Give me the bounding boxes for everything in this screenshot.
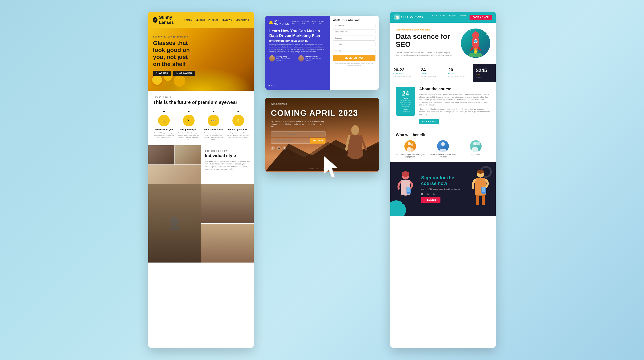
nav-locations[interactable]: LOCATIONS: [236, 19, 249, 21]
svg-point-5: [470, 30, 471, 31]
stat-desc-1: 10:00 AM — 6:00 PM: [421, 75, 442, 77]
level-val: Intermediate: [399, 111, 412, 113]
signup-desc: and get a PDF course report & certificat…: [421, 188, 465, 190]
feature-title-2: Made from scratch: [202, 128, 224, 131]
seo-hero: Discover new data analytics tools Data s…: [390, 23, 496, 64]
bar-nav-4[interactable]: Contact Us: [320, 21, 326, 25]
feature-title-1: Designed by you: [178, 128, 200, 131]
coming-email-input[interactable]: [271, 138, 310, 144]
deco-dot-3: [274, 85, 275, 86]
stat-desc-0: 3 days of intense practice: [394, 75, 414, 77]
seo-nav-about[interactable]: About: [432, 15, 437, 20]
stat-label-3: Price: [476, 74, 492, 76]
stat-num-0: 20-22: [394, 67, 414, 73]
bar-deco-dots: [268, 85, 275, 86]
seo-book-btn[interactable]: BOOK A PLACE: [470, 15, 492, 20]
seo-nav-program[interactable]: Program: [448, 15, 456, 20]
how-it-works-section: HOW IT WORKS This is the future of premi…: [148, 91, 254, 111]
coming-submit-btn[interactable]: YES, I'M IN!: [310, 138, 326, 144]
svg-point-34: [477, 170, 484, 174]
form-fullname[interactable]: [333, 23, 376, 28]
form-company[interactable]: [333, 36, 376, 41]
benefit-icon-1: [437, 140, 449, 152]
bar-nav-3[interactable]: About Us: [312, 21, 317, 25]
signup-dots: [421, 193, 465, 195]
form-jobtitle[interactable]: [333, 42, 376, 47]
gallery-bottom-right: [202, 224, 254, 262]
presenter-name-2: Penelope Perez: [305, 56, 326, 58]
stat-num-2: 20: [448, 67, 469, 73]
bar-nav-2[interactable]: Who We Are: [302, 21, 309, 25]
form-email[interactable]: [333, 29, 376, 34]
hours-label: Hours: [399, 97, 412, 99]
svg-point-40: [480, 205, 486, 208]
facebook-icon[interactable]: f: [282, 146, 286, 150]
bar-nav-1[interactable]: What We Do: [292, 21, 300, 25]
seo-discover: Discover new data analytics tools: [396, 29, 457, 31]
svg-point-4: [464, 32, 465, 33]
feature-measured: 📐 Measured for you Use our iOS app to sc…: [153, 111, 175, 141]
feature-dot: [163, 111, 165, 112]
svg-rect-23: [476, 143, 479, 143]
seo-register-btn[interactable]: REGISTER: [421, 197, 440, 203]
svg-point-17: [469, 53, 482, 57]
form-industry[interactable]: [333, 48, 376, 53]
coming-name-input[interactable]: [271, 131, 326, 137]
svg-point-12: [474, 40, 477, 43]
register-button[interactable]: REGISTER NOW: [333, 55, 376, 61]
seo-nav-tutors[interactable]: Tutors: [440, 15, 445, 20]
seo-logo-icon: 📊: [394, 15, 400, 20]
bottom-gallery: 👤: [148, 184, 254, 262]
about-title: About the course: [419, 87, 490, 91]
bar-logo-icon: [269, 20, 273, 25]
benefit-item-1: Licensed SEO experts and SEO enthusiasts: [428, 140, 458, 158]
bar-nav-links: What We Do Who We Are About Us Contact U…: [292, 21, 326, 25]
coming-soon-card: alexa peterson COMING APRIL 2023 My Trav…: [266, 98, 378, 172]
sun-icon: ☀: [153, 17, 158, 23]
feature-title-0: Measured for you: [153, 128, 175, 131]
svg-rect-38: [482, 195, 485, 206]
seo-solutions-card: 📊 SEO Solutions About Tutors Program Loc…: [390, 12, 496, 348]
hours-desc: of practice and immersion in data scienc…: [399, 100, 412, 107]
shop-men-btn[interactable]: SHOP MEN: [153, 71, 171, 76]
twitter-icon[interactable]: 𝕏: [271, 146, 275, 150]
presenter-1: Jeremy Avery Senior Marketing Bar Market…: [269, 55, 295, 62]
about-desc-2: There's no need to invent Google's consp…: [419, 108, 490, 116]
benefit-item-2: SEO geeks: [461, 140, 490, 158]
signup-dot-1: [421, 193, 423, 195]
rocket-illustration: [461, 29, 490, 58]
seo-nav-location[interactable]: Location: [459, 15, 466, 20]
svg-rect-31: [406, 195, 410, 204]
presenter-avatar-1: [269, 55, 275, 62]
bar-hero-subtitle: Is your marketing plan delivering result…: [269, 40, 326, 42]
gallery-image-3: [148, 165, 201, 184]
sunny-nav-links: FRAMES LENSES PRICING REVIEWS LOCATIONS: [182, 19, 249, 21]
features-grid: 📐 Measured for you Use our iOS app to sc…: [148, 111, 254, 145]
seo-about-header: 24 Hours of practice and immersion in da…: [396, 87, 490, 124]
gallery-main-img: 👤: [148, 184, 201, 262]
middle-stack: BAR MARKETING What We Do Who We Are Abou…: [266, 16, 378, 180]
svg-point-6: [486, 34, 487, 35]
nav-lenses[interactable]: LENSES: [196, 19, 205, 21]
presenter-info-2: Penelope Perez Marketing Manager Bar Mar…: [305, 56, 326, 61]
nav-reviews[interactable]: REVIEWS: [222, 19, 232, 21]
bar-logo: BAR MARKETING: [269, 20, 290, 26]
hero-buttons: SHOP MEN SHOP WOMEN: [153, 71, 196, 76]
benefit-item-0: In-house SEO specialists working on larg…: [396, 140, 425, 158]
about-book-btn[interactable]: BOOK A PLACE: [419, 119, 439, 124]
sunny-hero-text: CUSTOM-TAILORED EYEWEAR Glasses that loo…: [153, 36, 196, 76]
feature-desc-0: Use our iOS app to scan your face and ca…: [153, 132, 175, 139]
presenter-role-1: Senior Marketing Bar Marketing: [276, 58, 295, 61]
svg-point-18: [408, 142, 411, 145]
benefit-title: Who will benefit: [396, 133, 490, 137]
feature-dot: [238, 111, 239, 112]
gallery-image-2: [175, 145, 201, 165]
bar-brand: BAR MARKETING: [274, 20, 290, 26]
benefit-list: In-house SEO specialists working on larg…: [396, 140, 490, 158]
nav-frames[interactable]: FRAMES: [182, 19, 192, 21]
bar-presenters: Jeremy Avery Senior Marketing Bar Market…: [269, 55, 326, 62]
shop-women-btn[interactable]: SHOP WOMEN: [173, 71, 195, 76]
nav-pricing[interactable]: PRICING: [208, 19, 218, 21]
instagram-icon[interactable]: 📷: [277, 146, 281, 150]
stat-price: $245 Price Best offer: [473, 64, 496, 82]
